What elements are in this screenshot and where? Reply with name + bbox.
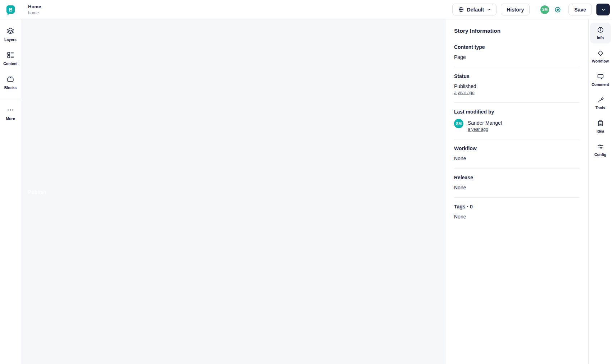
logo-container[interactable]: B xyxy=(0,5,21,14)
rail-item-tools[interactable]: Tools xyxy=(590,93,611,114)
publish-split-button: Publish xyxy=(596,4,610,15)
publish-options-button[interactable] xyxy=(597,4,610,15)
status-badge: Published xyxy=(454,83,580,89)
language-selector-button[interactable]: Default xyxy=(452,4,497,15)
globe-icon xyxy=(458,6,464,13)
user-avatar-initials: SM xyxy=(542,8,548,11)
sidebar-item-label: Blocks xyxy=(4,86,17,90)
sidebar-item-more[interactable]: More xyxy=(6,106,15,121)
tools-hammer-icon xyxy=(597,96,604,103)
rail-item-config[interactable]: Config xyxy=(590,139,611,160)
rail-item-label: Comment xyxy=(591,82,609,87)
more-dots-icon xyxy=(6,106,14,114)
sidebar-divider xyxy=(0,100,21,100)
rail-item-workflow[interactable]: Workflow xyxy=(590,46,611,67)
rail-item-comment[interactable]: Comment xyxy=(590,69,611,90)
panel-title: Story Information xyxy=(454,28,580,34)
modified-time-link[interactable]: a year ago xyxy=(468,127,488,132)
story-information-panel: Story Information Content type Page Stat… xyxy=(445,19,588,364)
status-section: Status Published a year ago xyxy=(454,67,580,103)
preview-toggle-icon[interactable] xyxy=(554,6,561,13)
rail-item-idea[interactable]: Idea xyxy=(590,116,611,137)
sidebar-item-label: More xyxy=(6,116,15,121)
workflow-diamond-icon xyxy=(597,50,604,57)
tags-label: Tags · 0 xyxy=(454,204,580,209)
workflow-label: Workflow xyxy=(454,146,580,151)
top-bar: B Home home Default History xyxy=(0,0,612,19)
rail-item-label: Idea xyxy=(597,129,604,133)
idea-notepad-icon xyxy=(597,120,604,127)
chevron-down-icon xyxy=(487,8,491,11)
left-navigation-rail: Layers Content Blocks xyxy=(0,19,21,364)
status-label: Status xyxy=(454,73,580,79)
release-label: Release xyxy=(454,175,580,180)
rail-item-label: Config xyxy=(594,152,606,157)
history-button-label: History xyxy=(507,7,524,13)
sidebar-item-label: Layers xyxy=(4,37,17,42)
sidebar-item-label: Content xyxy=(3,61,18,66)
breadcrumb-slug: home xyxy=(28,10,41,15)
rail-item-label: Info xyxy=(597,36,604,40)
sidebar-item-content[interactable]: Content xyxy=(3,51,18,66)
language-selector-label: Default xyxy=(467,7,484,13)
sidebar-item-layers[interactable]: Layers xyxy=(4,27,17,42)
workflow-section: Workflow None xyxy=(454,139,580,169)
layers-icon xyxy=(6,27,14,35)
last-modified-label: Last modified by xyxy=(454,109,580,115)
release-section: Release None xyxy=(454,169,580,198)
rail-item-info[interactable]: Info xyxy=(590,23,611,43)
rail-item-label: Workflow xyxy=(592,59,609,63)
user-avatar[interactable]: SM xyxy=(540,5,549,14)
app-window: B Home home Default History xyxy=(0,0,612,364)
tags-value: None xyxy=(454,214,580,220)
info-icon xyxy=(597,26,604,33)
save-button-label: Save xyxy=(574,7,586,13)
content-type-section: Content type Page xyxy=(454,38,580,67)
history-button[interactable]: History xyxy=(501,4,530,15)
sidebar-item-blocks[interactable]: Blocks xyxy=(4,75,17,90)
workflow-value: None xyxy=(454,156,580,161)
breadcrumb: Home home xyxy=(28,4,41,15)
rail-item-label: Tools xyxy=(595,106,605,110)
release-value: None xyxy=(454,185,580,190)
comment-bubble-icon xyxy=(597,73,604,80)
content-type-label: Content type xyxy=(454,44,580,50)
blocks-brick-icon xyxy=(6,75,14,83)
last-modified-section: Last modified by SM Sander Mangel a year… xyxy=(454,103,580,139)
modifier-name: Sander Mangel xyxy=(468,119,502,126)
breadcrumb-title: Home xyxy=(28,4,41,9)
storyblok-logo-icon: B xyxy=(6,5,15,14)
config-sliders-icon xyxy=(597,143,604,150)
modifier-avatar: SM xyxy=(454,119,463,128)
chevron-down-icon xyxy=(601,8,606,12)
content-list-icon xyxy=(6,51,14,59)
save-button[interactable]: Save xyxy=(568,4,592,15)
status-time-link[interactable]: a year ago xyxy=(454,90,475,95)
modifier-avatar-initials: SM xyxy=(456,121,462,126)
topbar-controls: Default History SM Save xyxy=(452,4,610,15)
logo-letter: B xyxy=(9,7,12,13)
tags-section: Tags · 0 None xyxy=(454,198,580,226)
right-tool-rail: Info Workflow Comment xyxy=(588,19,612,364)
content-type-value: Page xyxy=(454,54,580,60)
